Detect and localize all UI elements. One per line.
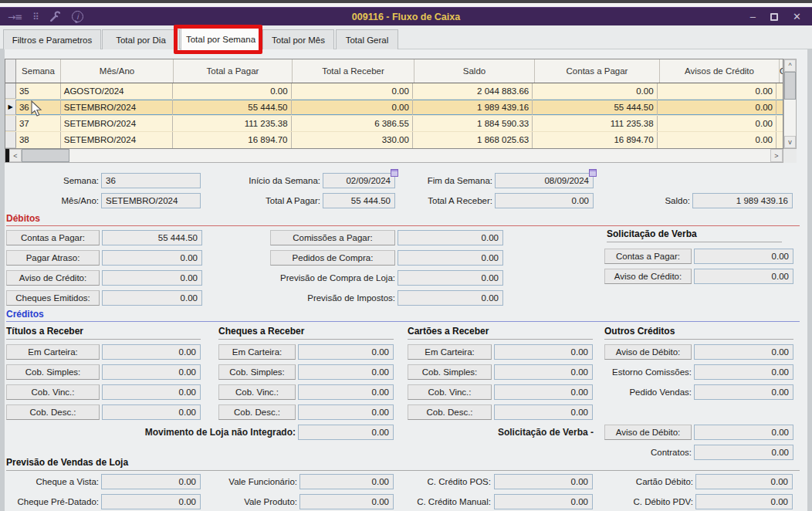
cell-avisos-credito: 0.00: [658, 132, 776, 148]
cheques-em-carteira-button[interactable]: Em Carteira:: [218, 344, 296, 360]
aviso-de-credito-button[interactable]: Aviso de Crédito:: [6, 270, 100, 286]
status-grid-icon[interactable]: ⠿: [32, 12, 39, 22]
contas-a-pagar-field[interactable]: 55 444.50: [102, 230, 202, 245]
minimize-button[interactable]: –: [750, 12, 756, 22]
outros-aviso-de-debito-button[interactable]: Aviso de Débito:: [604, 344, 692, 360]
cartoes-em-carteira-button[interactable]: Em Carteira:: [408, 344, 492, 360]
cheques-cob-desc-button[interactable]: Cob. Desc.:: [218, 404, 296, 420]
cheques-emitidos-field[interactable]: 0.00: [102, 290, 202, 306]
cartoes-cob-simples-button[interactable]: Cob. Simples:: [408, 364, 492, 380]
tab-total-geral[interactable]: Total Geral: [336, 29, 398, 49]
tab-total-por-semana[interactable]: Total por Semana: [181, 27, 261, 50]
movimento-loja-field[interactable]: 0.00: [298, 425, 394, 440]
verba-contas-a-pagar-button[interactable]: Contas a Pagar:: [604, 249, 692, 264]
pedidos-de-compra-field[interactable]: 0.00: [398, 250, 503, 266]
cartoes-cob-vinc-field[interactable]: 0.00: [494, 384, 593, 400]
goto-menu-icon[interactable]: →≡: [8, 12, 22, 22]
vale-produto-field[interactable]: 0.00: [299, 494, 394, 509]
total-a-pagar-field[interactable]: 55 444.50: [323, 193, 395, 208]
maximize-button[interactable]: [770, 13, 778, 21]
wrench-icon[interactable]: [49, 11, 61, 22]
pedido-vendas-field[interactable]: 0.00: [694, 384, 793, 400]
cheques-cob-vinc-button[interactable]: Cob. Vinc.:: [218, 384, 296, 400]
verba-aviso-de-credito-button[interactable]: Aviso de Crédito:: [604, 269, 692, 284]
tab-total-por-mes[interactable]: Total por Mês: [262, 29, 334, 49]
cheques-cob-vinc-field[interactable]: 0.00: [298, 384, 394, 400]
mes-ano-field[interactable]: SETEMBRO/2024: [101, 193, 201, 208]
cheques-em-carteira-field[interactable]: 0.00: [298, 344, 394, 360]
titulos-cob-simples-field[interactable]: 0.00: [102, 364, 201, 380]
scroll-up-icon[interactable]: ^: [784, 59, 796, 72]
titulos-cob-simples-button[interactable]: Cob. Simples:: [6, 364, 100, 380]
credito-pos-field[interactable]: 0.00: [494, 474, 593, 489]
cheque-pre-datado-field[interactable]: 0.00: [101, 494, 201, 509]
titulos-cob-vinc-field[interactable]: 0.00: [102, 384, 201, 400]
titulos-cob-desc-field[interactable]: 0.00: [102, 404, 201, 420]
table-row[interactable]: 35 AGOSTO/2024 0.00 0.00 2 044 883.66 0.…: [5, 83, 783, 100]
column-header-contas-a-pagar[interactable]: Contas a Pagar: [535, 59, 660, 83]
saldo-field[interactable]: 1 989 439.16: [692, 193, 793, 208]
cartao-debito-field[interactable]: 0.00: [695, 474, 793, 489]
inicio-semana-field[interactable]: 02/09/2024: [323, 173, 395, 188]
vertical-scroll-thumb[interactable]: [784, 72, 796, 100]
row-gutter: [5, 132, 16, 148]
scroll-left-icon[interactable]: <: [9, 149, 22, 162]
pagar-atraso-button[interactable]: Pagar Atraso:: [6, 250, 100, 266]
previsao-impostos-field[interactable]: 0.00: [398, 290, 503, 306]
verba-contas-a-pagar-field[interactable]: 0.00: [694, 249, 793, 264]
titulos-em-carteira-button[interactable]: Em Carteira:: [6, 344, 100, 360]
table-row[interactable]: 38 SETEMBRO/2024 16 894.70 330.00 1 868 …: [5, 132, 783, 148]
close-button[interactable]: ✕: [793, 12, 801, 22]
cheques-cob-simples-field[interactable]: 0.00: [298, 364, 394, 380]
column-header-saldo[interactable]: Saldo: [414, 59, 535, 83]
cheque-a-vista-field[interactable]: 0.00: [101, 474, 201, 489]
cartoes-em-carteira-field[interactable]: 0.00: [494, 344, 593, 360]
credito-manual-field[interactable]: 0.00: [494, 494, 593, 509]
debito-pdv-field[interactable]: 0.00: [695, 494, 793, 509]
comissoes-a-pagar-button[interactable]: Comissões a Pagar:: [270, 230, 395, 245]
cartoes-cob-vinc-button[interactable]: Cob. Vinc.:: [408, 384, 492, 400]
tab-filtros-e-parametros[interactable]: Filtros e Parametros: [3, 29, 101, 49]
previsao-compra-loja-field[interactable]: 0.00: [398, 270, 503, 286]
info-icon[interactable]: i: [72, 11, 83, 22]
comissoes-a-pagar-field[interactable]: 0.00: [398, 230, 503, 245]
scroll-right-icon[interactable]: >: [770, 149, 783, 162]
tab-total-por-dia[interactable]: Total por Dia: [102, 29, 180, 49]
verba-aviso-de-credito-field[interactable]: 0.00: [694, 269, 793, 284]
cheques-cob-desc-field[interactable]: 0.00: [298, 404, 394, 420]
verba-aviso-de-debito-button[interactable]: Aviso de Débito:: [604, 425, 692, 440]
table-row-selected[interactable]: ▶ 36 SETEMBRO/2024 55 444.50 0.00 1 989 …: [5, 100, 783, 116]
verba-aviso-de-debito-field[interactable]: 0.00: [694, 425, 793, 440]
titulos-cob-vinc-button[interactable]: Cob. Vinc.:: [6, 384, 100, 400]
cartoes-cob-desc-button[interactable]: Cob. Desc.:: [408, 404, 492, 420]
column-header-avisos-de-credito[interactable]: Avisos de Crédito: [660, 59, 780, 83]
scroll-down-icon[interactable]: v: [784, 136, 796, 148]
titulos-em-carteira-field[interactable]: 0.00: [102, 344, 201, 360]
fim-semana-field[interactable]: 08/09/2024: [495, 173, 594, 188]
pedidos-de-compra-button[interactable]: Pedidos de Compra:: [270, 250, 395, 266]
column-header-total-a-pagar[interactable]: Total a Pagar: [174, 59, 293, 83]
semana-field[interactable]: 36: [101, 173, 201, 188]
vertical-scrollbar[interactable]: ^ v: [783, 59, 797, 149]
titulos-cob-desc-button[interactable]: Cob. Desc.:: [6, 404, 100, 420]
horizontal-scroll-thumb[interactable]: [22, 149, 69, 162]
table-row[interactable]: 37 SETEMBRO/2024 111 235.38 6 386.55 1 8…: [5, 116, 783, 132]
column-header-semana[interactable]: Semana: [16, 59, 61, 83]
titlebar-icons: →≡ ⠿ i: [0, 11, 83, 22]
vale-funcionario-field[interactable]: 0.00: [299, 474, 394, 489]
cartoes-cob-desc-field[interactable]: 0.00: [494, 404, 593, 420]
contas-a-pagar-button[interactable]: Contas a Pagar:: [6, 230, 100, 245]
cheques-cob-simples-button[interactable]: Cob. Simples:: [218, 364, 296, 380]
estorno-comissoes-field[interactable]: 0.00: [694, 364, 793, 380]
contratos-field[interactable]: 0.00: [694, 445, 793, 460]
column-header-mes-ano[interactable]: Mês/Ano: [61, 59, 174, 83]
horizontal-scrollbar[interactable]: < >: [5, 149, 783, 163]
total-a-receber-field[interactable]: 0.00: [495, 193, 594, 208]
calendar-icon[interactable]: [589, 169, 597, 177]
cheques-emitidos-button[interactable]: Cheques Emitidos:: [6, 290, 100, 306]
calendar-icon[interactable]: [391, 169, 398, 177]
outros-aviso-de-debito-field[interactable]: 0.00: [694, 344, 793, 360]
column-header-total-a-receber[interactable]: Total a Receber: [293, 59, 414, 83]
pagar-atraso-field[interactable]: 0.00: [102, 250, 202, 266]
aviso-de-credito-field[interactable]: 0.00: [102, 270, 202, 286]
